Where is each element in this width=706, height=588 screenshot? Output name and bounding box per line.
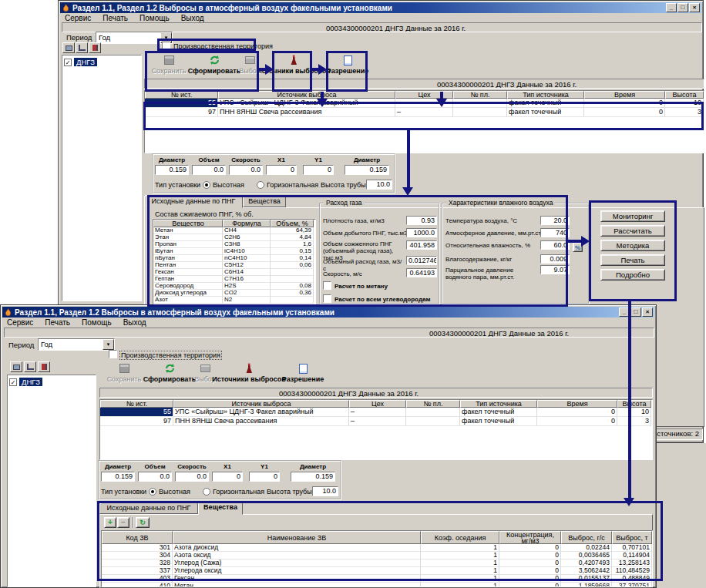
table-cell[interactable]: 0 [537, 408, 617, 417]
table-cell[interactable]: 1 [421, 567, 499, 575]
period-select[interactable]: Год ▼ [96, 32, 173, 44]
table-cell[interactable]: Гексан [173, 575, 421, 583]
table-cell[interactable]: Пентан [153, 262, 223, 269]
territory-checkbox[interactable] [162, 42, 170, 50]
table-cell[interactable]: C2H6 [223, 234, 271, 241]
humidity-calc-button[interactable]: % [573, 242, 583, 252]
column-header[interactable]: Наименование ЗВ [173, 531, 421, 544]
param-field-diameter[interactable]: 0.159 [155, 165, 189, 175]
tree-item-dngz[interactable]: ✓ ДНГЗ [8, 375, 96, 388]
close-icon[interactable]: × [689, 3, 700, 12]
table-row[interactable]: ПропанC3H81,6 [153, 241, 315, 248]
table-cell[interactable]: C3H8 [223, 241, 271, 248]
param-field-diameter[interactable]: 0.159 [101, 472, 135, 482]
column-header[interactable]: Коэф. оседания [421, 531, 499, 544]
column-header[interactable]: Тип источника [460, 400, 537, 408]
table-cell[interactable]: УПС «Сыйрыш» ЦДНГ-3 Факел аварийный [218, 99, 395, 108]
table-cell[interactable]: 0,06 [271, 262, 314, 269]
column-header[interactable]: Источник выброса [173, 400, 349, 408]
table-row[interactable]: ЭтанC2H64,84 [153, 234, 315, 241]
table-row[interactable]: Диоксид углеродаCO20,36 [153, 290, 315, 297]
table-cell[interactable]: N2 [223, 297, 271, 304]
column-header[interactable]: Выброс, г/с [561, 531, 612, 544]
maximize-icon[interactable]: □ [630, 307, 641, 317]
period-select[interactable]: Год ▼ [38, 338, 115, 351]
table-cell[interactable]: 301 [102, 544, 173, 552]
table-row[interactable]: СероводородH2S0,08 [153, 283, 315, 290]
table-row[interactable]: 337Углерода оксид103,5062442110,484529 [102, 567, 652, 575]
param-field-volume[interactable]: 0.0 [192, 165, 226, 175]
table-cell[interactable]: Углерода оксид [173, 567, 421, 575]
monitoring-button[interactable]: Мониторинг [600, 210, 665, 222]
save-button[interactable]: Сохранить [146, 53, 192, 78]
table-cell[interactable]: C6H14 [223, 269, 271, 276]
table-cell[interactable]: 110,484529 [612, 567, 652, 575]
table-cell[interactable]: Углерод (Сажа) [173, 559, 421, 567]
gas-burned-field[interactable]: 401.958 [406, 240, 437, 250]
radio-high[interactable] [149, 488, 156, 496]
recalculate-button[interactable]: ↻ [136, 517, 150, 528]
table-cell[interactable]: 0 [584, 99, 665, 108]
table-cell[interactable]: 97 [145, 108, 218, 117]
table-cell[interactable]: Метан [153, 227, 223, 234]
tree-toolbar-button-1[interactable] [62, 42, 75, 53]
table-cell[interactable]: факел точечный [460, 408, 537, 417]
param-field-nozzle[interactable]: 0.159 [345, 165, 389, 175]
tab-substances[interactable]: Вещества [198, 501, 243, 515]
param-field-y1[interactable]: 0 [249, 472, 280, 482]
table-row[interactable]: 97ПНН 8ЯНШ Свеча рассеивания–факел точеч… [100, 417, 652, 426]
table-cell[interactable]: C7H16 [223, 276, 271, 283]
column-header[interactable]: Тип источника [507, 91, 584, 99]
table-cell[interactable]: 3 [665, 108, 704, 117]
generate-button[interactable]: Сформировать [192, 53, 237, 78]
permission-button[interactable]: Разрешение [281, 361, 324, 386]
table-cell[interactable]: 10 [665, 99, 704, 108]
column-header[interactable]: Высота [665, 91, 704, 99]
table-cell[interactable]: факел точечный [507, 108, 584, 117]
table-cell[interactable]: Сероводород [153, 283, 223, 290]
column-header[interactable]: Формула [223, 220, 271, 227]
column-header[interactable]: № ист. [100, 400, 173, 408]
table-cell[interactable]: 0 [499, 559, 561, 567]
gas-rate-field[interactable]: 0.012746 [406, 256, 437, 265]
table-cell[interactable]: 0,36 [271, 290, 314, 297]
table-cell[interactable]: 1 [421, 559, 499, 567]
table-cell[interactable]: Азота оксид [173, 552, 421, 559]
table-cell[interactable]: 0,114904 [612, 552, 652, 559]
table-row[interactable]: 55УПС «Сыйрыш» ЦДНГ-3 Факел аварийный–фа… [100, 408, 652, 417]
table-cell[interactable] [406, 408, 460, 417]
column-header[interactable]: № ист. [145, 91, 218, 99]
checked-checkbox-icon[interactable]: ✓ [64, 59, 72, 66]
column-header[interactable]: Концентрация, мг/м3 [499, 531, 561, 544]
maximize-icon[interactable]: □ [677, 3, 688, 12]
column-header[interactable]: № пл. [406, 400, 460, 408]
table-cell[interactable]: 0,08 [271, 283, 314, 290]
table-cell[interactable]: – [349, 417, 406, 426]
column-header[interactable]: Время [584, 91, 665, 99]
table-cell[interactable]: H2S [223, 283, 271, 290]
table-cell[interactable]: 0 [499, 567, 561, 575]
methane-calc-checkbox[interactable] [323, 281, 331, 290]
table-cell[interactable]: nC4H10 [223, 255, 271, 262]
air-moisture-field[interactable]: 0.009 [540, 254, 570, 264]
gas-speed-field[interactable]: 0.64193 [406, 268, 437, 277]
table-row[interactable]: АзотN2 [153, 297, 315, 304]
table-cell[interactable]: 1 [421, 544, 499, 552]
minimize-icon[interactable]: _ [619, 307, 630, 317]
tree-toolbar-button-2[interactable] [76, 42, 88, 53]
calculate-button[interactable]: Рассчитать [600, 225, 665, 237]
table-row[interactable]: ПентанC5H120,06 [153, 262, 315, 269]
tree-toolbar-button-1[interactable] [10, 361, 22, 372]
column-header[interactable]: Объем, % [271, 220, 314, 227]
radio-horizontal[interactable] [203, 488, 210, 496]
param-field-nozzle[interactable]: 0.159 [291, 472, 335, 482]
table-cell[interactable]: iБутан [153, 248, 223, 255]
table-cell[interactable]: CO2 [223, 290, 271, 297]
table-cell[interactable]: nБутан [153, 255, 223, 262]
tab-png-data[interactable]: Исходные данные по ПНГ [144, 195, 243, 208]
permission-button[interactable]: Разрешение [326, 53, 369, 78]
table-cell[interactable]: 304 [102, 552, 173, 559]
table-cell[interactable]: 97 [100, 417, 173, 426]
table-row[interactable]: 55УПС «Сыйрыш» ЦДНГ-3 Факел аварийный–фа… [145, 99, 704, 108]
air-partial-field[interactable]: 9.07 [540, 265, 570, 274]
